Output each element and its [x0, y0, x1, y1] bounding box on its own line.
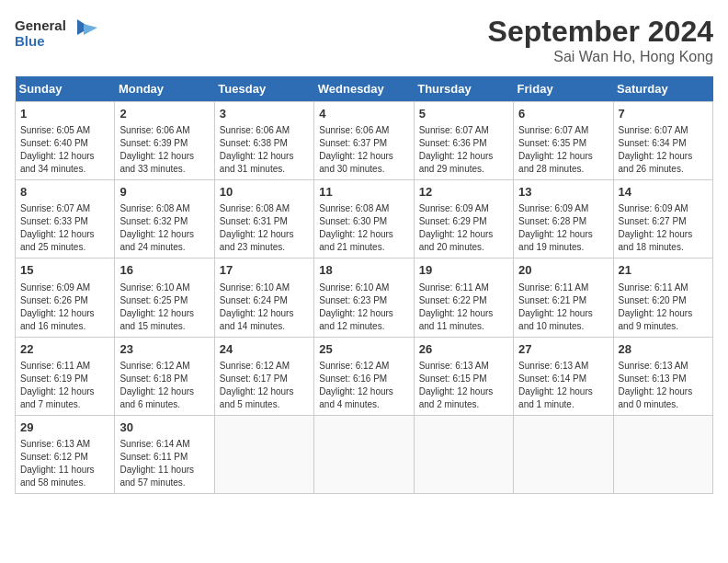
calendar-cell: 10Sunrise: 6:08 AM Sunset: 6:31 PM Dayli…	[214, 180, 313, 259]
day-info: Sunrise: 6:09 AM Sunset: 6:28 PM Dayligh…	[518, 202, 608, 254]
calendar-cell: 24Sunrise: 6:12 AM Sunset: 6:17 PM Dayli…	[214, 337, 313, 415]
day-info: Sunrise: 6:06 AM Sunset: 6:37 PM Dayligh…	[319, 124, 408, 176]
calendar-cell	[314, 415, 414, 493]
day-info: Sunrise: 6:09 AM Sunset: 6:26 PM Dayligh…	[20, 282, 109, 333]
day-info: Sunrise: 6:11 AM Sunset: 6:22 PM Dayligh…	[419, 282, 508, 333]
calendar-cell: 11Sunrise: 6:08 AM Sunset: 6:30 PM Dayli…	[314, 180, 414, 259]
day-number: 21	[619, 262, 708, 279]
logo: GeneralBlue	[15, 15, 107, 52]
calendar-cell: 19Sunrise: 6:11 AM Sunset: 6:22 PM Dayli…	[414, 259, 513, 337]
day-number: 9	[119, 184, 209, 201]
day-number: 1	[20, 106, 109, 122]
calendar-cell: 5Sunrise: 6:07 AM Sunset: 6:36 PM Daylig…	[414, 102, 513, 180]
day-number: 19	[419, 262, 508, 279]
day-number: 13	[518, 184, 608, 201]
calendar-cell: 26Sunrise: 6:13 AM Sunset: 6:15 PM Dayli…	[414, 337, 513, 415]
day-number: 25	[319, 341, 408, 358]
day-number: 26	[419, 341, 508, 358]
calendar-cell: 20Sunrise: 6:11 AM Sunset: 6:21 PM Dayli…	[514, 259, 613, 337]
day-number: 5	[419, 106, 508, 122]
weekday-header-thursday: Thursday	[414, 76, 513, 102]
day-info: Sunrise: 6:11 AM Sunset: 6:19 PM Dayligh…	[20, 360, 109, 411]
weekday-header-tuesday: Tuesday	[214, 76, 313, 102]
day-number: 30	[119, 419, 209, 436]
day-number: 22	[20, 341, 109, 358]
day-info: Sunrise: 6:10 AM Sunset: 6:24 PM Dayligh…	[220, 282, 309, 333]
svg-text:General: General	[15, 17, 66, 33]
calendar-cell: 2Sunrise: 6:06 AM Sunset: 6:39 PM Daylig…	[115, 102, 214, 180]
weekday-header-wednesday: Wednesday	[314, 76, 414, 102]
calendar-cell: 8Sunrise: 6:07 AM Sunset: 6:33 PM Daylig…	[16, 180, 115, 259]
calendar-cell	[613, 415, 712, 493]
calendar-cell: 1Sunrise: 6:05 AM Sunset: 6:40 PM Daylig…	[16, 102, 115, 180]
day-info: Sunrise: 6:12 AM Sunset: 6:17 PM Dayligh…	[220, 360, 309, 411]
day-info: Sunrise: 6:12 AM Sunset: 6:18 PM Dayligh…	[119, 360, 209, 411]
weekday-header-monday: Monday	[115, 76, 214, 102]
weekday-header-sunday: Sunday	[16, 76, 115, 102]
day-info: Sunrise: 6:07 AM Sunset: 6:34 PM Dayligh…	[619, 124, 708, 176]
calendar-cell: 12Sunrise: 6:09 AM Sunset: 6:29 PM Dayli…	[414, 180, 513, 259]
day-info: Sunrise: 6:06 AM Sunset: 6:39 PM Dayligh…	[119, 124, 209, 176]
day-info: Sunrise: 6:08 AM Sunset: 6:31 PM Dayligh…	[220, 202, 309, 254]
day-info: Sunrise: 6:13 AM Sunset: 6:15 PM Dayligh…	[419, 360, 508, 411]
calendar-cell: 17Sunrise: 6:10 AM Sunset: 6:24 PM Dayli…	[214, 259, 313, 337]
day-number: 7	[619, 106, 708, 122]
svg-marker-3	[84, 24, 97, 35]
title-block: September 2024 Sai Wan Ho, Hong Kong	[488, 15, 713, 65]
day-number: 12	[419, 184, 508, 201]
day-number: 16	[119, 262, 209, 279]
calendar-cell	[514, 415, 613, 493]
day-number: 20	[518, 262, 608, 279]
calendar-cell: 22Sunrise: 6:11 AM Sunset: 6:19 PM Dayli…	[16, 337, 115, 415]
day-number: 27	[518, 341, 608, 358]
calendar-cell: 23Sunrise: 6:12 AM Sunset: 6:18 PM Dayli…	[115, 337, 214, 415]
weekday-header-row: SundayMondayTuesdayWednesdayThursdayFrid…	[16, 76, 713, 102]
day-number: 10	[220, 184, 309, 201]
day-number: 17	[220, 262, 309, 279]
calendar-cell: 6Sunrise: 6:07 AM Sunset: 6:35 PM Daylig…	[514, 102, 613, 180]
calendar-cell: 28Sunrise: 6:13 AM Sunset: 6:13 PM Dayli…	[613, 337, 712, 415]
day-info: Sunrise: 6:07 AM Sunset: 6:35 PM Dayligh…	[518, 124, 608, 176]
week-row-2: 8Sunrise: 6:07 AM Sunset: 6:33 PM Daylig…	[16, 180, 713, 259]
day-info: Sunrise: 6:14 AM Sunset: 6:11 PM Dayligh…	[119, 438, 209, 489]
day-info: Sunrise: 6:08 AM Sunset: 6:32 PM Dayligh…	[119, 202, 209, 254]
day-info: Sunrise: 6:09 AM Sunset: 6:29 PM Dayligh…	[419, 202, 508, 254]
day-info: Sunrise: 6:12 AM Sunset: 6:16 PM Dayligh…	[319, 360, 408, 411]
week-row-3: 15Sunrise: 6:09 AM Sunset: 6:26 PM Dayli…	[16, 259, 713, 337]
day-info: Sunrise: 6:13 AM Sunset: 6:14 PM Dayligh…	[518, 360, 608, 411]
svg-text:Blue: Blue	[15, 33, 45, 49]
location: Sai Wan Ho, Hong Kong	[488, 49, 713, 65]
calendar-cell: 16Sunrise: 6:10 AM Sunset: 6:25 PM Dayli…	[115, 259, 214, 337]
calendar-cell: 27Sunrise: 6:13 AM Sunset: 6:14 PM Dayli…	[514, 337, 613, 415]
calendar-cell: 25Sunrise: 6:12 AM Sunset: 6:16 PM Dayli…	[314, 337, 414, 415]
calendar-cell: 15Sunrise: 6:09 AM Sunset: 6:26 PM Dayli…	[16, 259, 115, 337]
day-number: 2	[119, 106, 209, 122]
day-info: Sunrise: 6:07 AM Sunset: 6:36 PM Dayligh…	[419, 124, 508, 176]
calendar-cell: 14Sunrise: 6:09 AM Sunset: 6:27 PM Dayli…	[613, 180, 712, 259]
day-info: Sunrise: 6:13 AM Sunset: 6:12 PM Dayligh…	[20, 438, 109, 489]
day-number: 8	[20, 184, 109, 201]
day-number: 24	[220, 341, 309, 358]
day-number: 28	[619, 341, 708, 358]
day-info: Sunrise: 6:10 AM Sunset: 6:23 PM Dayligh…	[319, 282, 408, 333]
calendar-cell: 3Sunrise: 6:06 AM Sunset: 6:38 PM Daylig…	[214, 102, 313, 180]
day-number: 29	[20, 419, 109, 436]
day-info: Sunrise: 6:11 AM Sunset: 6:21 PM Dayligh…	[518, 282, 608, 333]
weekday-header-saturday: Saturday	[613, 76, 712, 102]
day-info: Sunrise: 6:07 AM Sunset: 6:33 PM Dayligh…	[20, 202, 109, 254]
day-info: Sunrise: 6:10 AM Sunset: 6:25 PM Dayligh…	[119, 282, 209, 333]
day-number: 15	[20, 262, 109, 279]
page-header: GeneralBlue September 2024 Sai Wan Ho, H…	[15, 15, 713, 65]
day-info: Sunrise: 6:09 AM Sunset: 6:27 PM Dayligh…	[619, 202, 708, 254]
day-info: Sunrise: 6:13 AM Sunset: 6:13 PM Dayligh…	[619, 360, 708, 411]
calendar-cell	[414, 415, 513, 493]
day-info: Sunrise: 6:05 AM Sunset: 6:40 PM Dayligh…	[20, 124, 109, 176]
week-row-5: 29Sunrise: 6:13 AM Sunset: 6:12 PM Dayli…	[16, 415, 713, 493]
day-info: Sunrise: 6:11 AM Sunset: 6:20 PM Dayligh…	[619, 282, 708, 333]
calendar-cell: 4Sunrise: 6:06 AM Sunset: 6:37 PM Daylig…	[314, 102, 414, 180]
calendar-cell: 30Sunrise: 6:14 AM Sunset: 6:11 PM Dayli…	[115, 415, 214, 493]
calendar-cell: 18Sunrise: 6:10 AM Sunset: 6:23 PM Dayli…	[314, 259, 414, 337]
calendar-cell: 9Sunrise: 6:08 AM Sunset: 6:32 PM Daylig…	[115, 180, 214, 259]
day-number: 3	[220, 106, 309, 122]
calendar-cell: 7Sunrise: 6:07 AM Sunset: 6:34 PM Daylig…	[613, 102, 712, 180]
